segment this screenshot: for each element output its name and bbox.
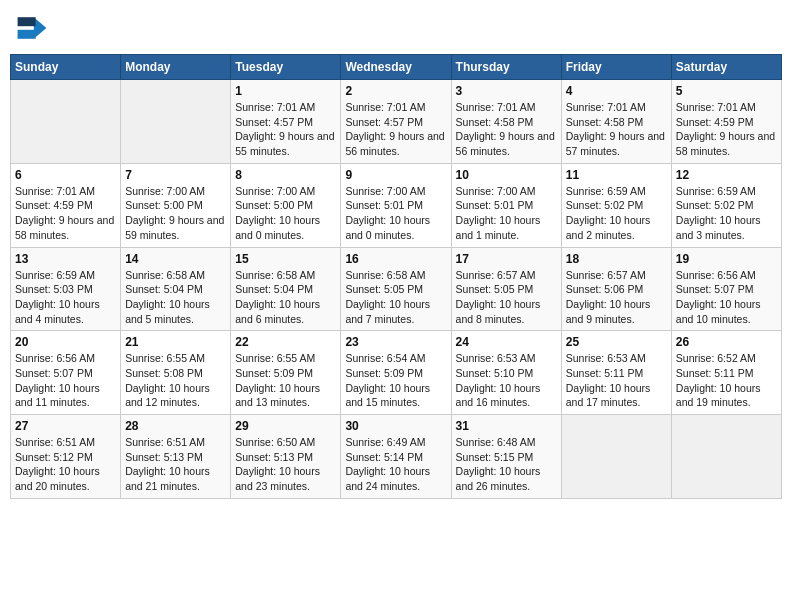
day-info: Sunrise: 7:00 AMSunset: 5:00 PMDaylight:… [125,184,226,243]
svg-rect-2 [18,30,36,39]
calendar-header: SundayMondayTuesdayWednesdayThursdayFrid… [11,55,782,80]
calendar-table: SundayMondayTuesdayWednesdayThursdayFrid… [10,54,782,499]
calendar-week-1: 1Sunrise: 7:01 AMSunset: 4:57 PMDaylight… [11,80,782,164]
day-info: Sunrise: 6:52 AMSunset: 5:11 PMDaylight:… [676,351,777,410]
day-number: 24 [456,335,557,349]
day-info: Sunrise: 6:58 AMSunset: 5:04 PMDaylight:… [125,268,226,327]
calendar-cell [561,415,671,499]
day-number: 17 [456,252,557,266]
calendar-cell: 9Sunrise: 7:00 AMSunset: 5:01 PMDaylight… [341,163,451,247]
logo-icon [14,10,50,46]
calendar-cell: 20Sunrise: 6:56 AMSunset: 5:07 PMDayligh… [11,331,121,415]
day-info: Sunrise: 6:51 AMSunset: 5:13 PMDaylight:… [125,435,226,494]
calendar-cell: 8Sunrise: 7:00 AMSunset: 5:00 PMDaylight… [231,163,341,247]
day-info: Sunrise: 6:59 AMSunset: 5:02 PMDaylight:… [676,184,777,243]
day-number: 18 [566,252,667,266]
day-number: 16 [345,252,446,266]
day-number: 6 [15,168,116,182]
calendar-cell: 13Sunrise: 6:59 AMSunset: 5:03 PMDayligh… [11,247,121,331]
calendar-cell: 12Sunrise: 6:59 AMSunset: 5:02 PMDayligh… [671,163,781,247]
calendar-cell: 2Sunrise: 7:01 AMSunset: 4:57 PMDaylight… [341,80,451,164]
calendar-week-2: 6Sunrise: 7:01 AMSunset: 4:59 PMDaylight… [11,163,782,247]
day-number: 29 [235,419,336,433]
day-number: 20 [15,335,116,349]
day-number: 25 [566,335,667,349]
day-number: 15 [235,252,336,266]
day-number: 27 [15,419,116,433]
day-number: 8 [235,168,336,182]
calendar-cell: 28Sunrise: 6:51 AMSunset: 5:13 PMDayligh… [121,415,231,499]
day-number: 31 [456,419,557,433]
svg-marker-0 [34,17,47,39]
day-info: Sunrise: 6:57 AMSunset: 5:05 PMDaylight:… [456,268,557,327]
calendar-cell: 15Sunrise: 6:58 AMSunset: 5:04 PMDayligh… [231,247,341,331]
day-info: Sunrise: 7:01 AMSunset: 4:57 PMDaylight:… [235,100,336,159]
calendar-cell: 29Sunrise: 6:50 AMSunset: 5:13 PMDayligh… [231,415,341,499]
day-number: 28 [125,419,226,433]
calendar-cell [121,80,231,164]
header-monday: Monday [121,55,231,80]
day-info: Sunrise: 7:01 AMSunset: 4:58 PMDaylight:… [456,100,557,159]
day-number: 22 [235,335,336,349]
day-info: Sunrise: 7:01 AMSunset: 4:59 PMDaylight:… [15,184,116,243]
day-info: Sunrise: 6:53 AMSunset: 5:11 PMDaylight:… [566,351,667,410]
day-info: Sunrise: 6:58 AMSunset: 5:05 PMDaylight:… [345,268,446,327]
calendar-cell: 27Sunrise: 6:51 AMSunset: 5:12 PMDayligh… [11,415,121,499]
day-info: Sunrise: 6:49 AMSunset: 5:14 PMDaylight:… [345,435,446,494]
day-number: 14 [125,252,226,266]
day-number: 11 [566,168,667,182]
day-info: Sunrise: 7:01 AMSunset: 4:57 PMDaylight:… [345,100,446,159]
calendar-cell: 5Sunrise: 7:01 AMSunset: 4:59 PMDaylight… [671,80,781,164]
header-tuesday: Tuesday [231,55,341,80]
day-info: Sunrise: 7:00 AMSunset: 5:01 PMDaylight:… [456,184,557,243]
calendar-cell: 31Sunrise: 6:48 AMSunset: 5:15 PMDayligh… [451,415,561,499]
calendar-cell: 1Sunrise: 7:01 AMSunset: 4:57 PMDaylight… [231,80,341,164]
header-wednesday: Wednesday [341,55,451,80]
page-header [10,10,782,46]
calendar-cell: 6Sunrise: 7:01 AMSunset: 4:59 PMDaylight… [11,163,121,247]
header-saturday: Saturday [671,55,781,80]
calendar-cell: 18Sunrise: 6:57 AMSunset: 5:06 PMDayligh… [561,247,671,331]
day-info: Sunrise: 6:59 AMSunset: 5:03 PMDaylight:… [15,268,116,327]
header-thursday: Thursday [451,55,561,80]
day-number: 2 [345,84,446,98]
calendar-cell: 19Sunrise: 6:56 AMSunset: 5:07 PMDayligh… [671,247,781,331]
svg-rect-1 [18,17,36,26]
calendar-cell: 30Sunrise: 6:49 AMSunset: 5:14 PMDayligh… [341,415,451,499]
calendar-cell: 24Sunrise: 6:53 AMSunset: 5:10 PMDayligh… [451,331,561,415]
calendar-cell: 17Sunrise: 6:57 AMSunset: 5:05 PMDayligh… [451,247,561,331]
calendar-cell: 11Sunrise: 6:59 AMSunset: 5:02 PMDayligh… [561,163,671,247]
day-info: Sunrise: 6:56 AMSunset: 5:07 PMDaylight:… [676,268,777,327]
day-info: Sunrise: 6:50 AMSunset: 5:13 PMDaylight:… [235,435,336,494]
day-info: Sunrise: 7:00 AMSunset: 5:01 PMDaylight:… [345,184,446,243]
calendar-week-5: 27Sunrise: 6:51 AMSunset: 5:12 PMDayligh… [11,415,782,499]
logo [14,10,54,46]
day-number: 1 [235,84,336,98]
day-info: Sunrise: 6:55 AMSunset: 5:09 PMDaylight:… [235,351,336,410]
calendar-cell: 26Sunrise: 6:52 AMSunset: 5:11 PMDayligh… [671,331,781,415]
day-number: 10 [456,168,557,182]
calendar-cell: 21Sunrise: 6:55 AMSunset: 5:08 PMDayligh… [121,331,231,415]
day-info: Sunrise: 6:54 AMSunset: 5:09 PMDaylight:… [345,351,446,410]
day-number: 5 [676,84,777,98]
calendar-week-3: 13Sunrise: 6:59 AMSunset: 5:03 PMDayligh… [11,247,782,331]
calendar-week-4: 20Sunrise: 6:56 AMSunset: 5:07 PMDayligh… [11,331,782,415]
calendar-cell: 4Sunrise: 7:01 AMSunset: 4:58 PMDaylight… [561,80,671,164]
day-info: Sunrise: 6:51 AMSunset: 5:12 PMDaylight:… [15,435,116,494]
day-number: 4 [566,84,667,98]
calendar-cell: 22Sunrise: 6:55 AMSunset: 5:09 PMDayligh… [231,331,341,415]
day-info: Sunrise: 6:56 AMSunset: 5:07 PMDaylight:… [15,351,116,410]
calendar-cell: 7Sunrise: 7:00 AMSunset: 5:00 PMDaylight… [121,163,231,247]
day-number: 12 [676,168,777,182]
day-info: Sunrise: 6:59 AMSunset: 5:02 PMDaylight:… [566,184,667,243]
day-number: 19 [676,252,777,266]
calendar-cell: 16Sunrise: 6:58 AMSunset: 5:05 PMDayligh… [341,247,451,331]
day-info: Sunrise: 7:00 AMSunset: 5:00 PMDaylight:… [235,184,336,243]
day-info: Sunrise: 6:57 AMSunset: 5:06 PMDaylight:… [566,268,667,327]
day-number: 26 [676,335,777,349]
calendar-cell: 14Sunrise: 6:58 AMSunset: 5:04 PMDayligh… [121,247,231,331]
calendar-cell [671,415,781,499]
day-info: Sunrise: 6:48 AMSunset: 5:15 PMDaylight:… [456,435,557,494]
day-number: 3 [456,84,557,98]
calendar-cell: 25Sunrise: 6:53 AMSunset: 5:11 PMDayligh… [561,331,671,415]
